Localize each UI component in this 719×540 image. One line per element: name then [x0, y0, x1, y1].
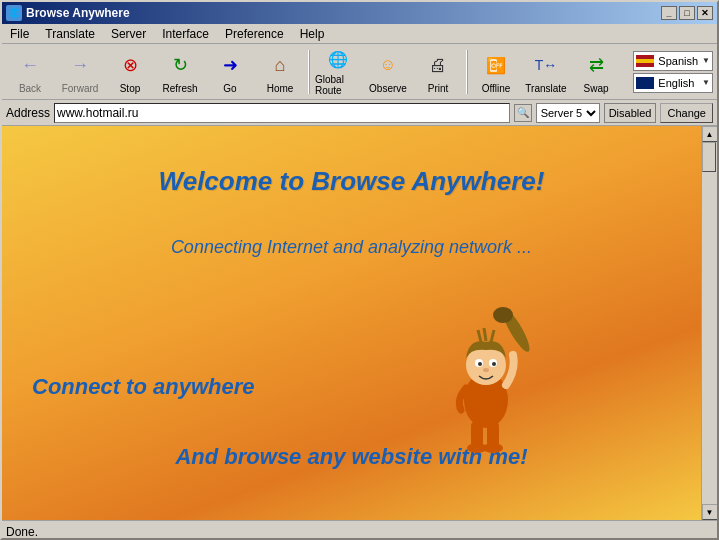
home-button[interactable]: ⌂ Home [256, 47, 304, 97]
menu-help[interactable]: Help [296, 26, 329, 42]
observe-button[interactable]: ☺ Observe [364, 47, 412, 97]
address-bar: Address 🔍 Server 5 Server 1 Server 2 Ser… [2, 100, 717, 126]
forward-button[interactable]: → Forward [56, 47, 104, 97]
svg-point-14 [492, 362, 496, 366]
address-input[interactable] [54, 103, 510, 123]
forward-icon: → [64, 49, 96, 81]
menu-file[interactable]: File [6, 26, 33, 42]
window-title: Browse Anywhere [26, 6, 130, 20]
connect-text: Connect to anywhere [32, 374, 254, 400]
status-badge: Disabled [604, 103, 657, 123]
svg-line-8 [478, 330, 481, 342]
content-area: Welcome to Browse Anywhere! Connecting I… [2, 126, 701, 520]
stop-label: Stop [120, 83, 141, 94]
content-wrapper: Welcome to Browse Anywhere! Connecting I… [2, 126, 717, 520]
observe-icon: ☺ [372, 49, 404, 81]
caveman-svg [431, 300, 551, 460]
home-label: Home [267, 83, 294, 94]
flag-spain [636, 55, 654, 67]
svg-point-13 [478, 362, 482, 366]
scroll-up-button[interactable]: ▲ [702, 126, 718, 142]
address-label: Address [6, 106, 50, 120]
offline-icon: 📴 [480, 49, 512, 81]
scroll-thumb[interactable] [702, 142, 716, 172]
scroll-track [702, 142, 717, 504]
go-button[interactable]: ➜ Go [206, 47, 254, 97]
svg-line-10 [491, 330, 494, 342]
vertical-scrollbar: ▲ ▼ [701, 126, 717, 520]
back-button[interactable]: ← Back [6, 47, 54, 97]
character-illustration [431, 300, 551, 460]
minimize-button[interactable]: _ [661, 6, 677, 20]
print-icon: 🖨 [422, 49, 454, 81]
toolbar-separator-2 [466, 50, 468, 94]
menu-preference[interactable]: Preference [221, 26, 288, 42]
maximize-button[interactable]: □ [679, 6, 695, 20]
swap-label: Swap [583, 83, 608, 94]
print-label: Print [428, 83, 449, 94]
swap-icon: ⇄ [580, 49, 612, 81]
address-go-button[interactable]: 🔍 [514, 104, 532, 122]
status-text: Done. [6, 525, 38, 539]
main-window: 🌐 Browse Anywhere _ □ ✕ File Translate S… [0, 0, 719, 540]
language-selector: Spanish ▼ English ▼ [633, 51, 713, 93]
svg-point-6 [483, 443, 503, 453]
globalroute-icon: 🌐 [322, 48, 354, 72]
offline-button[interactable]: 📴 Offline [472, 47, 520, 97]
status-bar: Done. [2, 520, 717, 540]
menu-interface[interactable]: Interface [158, 26, 213, 42]
menu-bar: File Translate Server Interface Preferen… [2, 24, 717, 44]
globalroute-button[interactable]: 🌐 Global Route [314, 47, 362, 97]
swap-button[interactable]: ⇄ Swap [572, 47, 620, 97]
lang-english-row[interactable]: English ▼ [633, 73, 713, 93]
scroll-down-button[interactable]: ▼ [702, 504, 718, 520]
refresh-label: Refresh [162, 83, 197, 94]
globalroute-label: Global Route [315, 74, 361, 96]
forward-label: Forward [62, 83, 99, 94]
svg-line-9 [484, 328, 486, 341]
offline-label: Offline [482, 83, 511, 94]
stop-icon: ⊗ [114, 49, 146, 81]
toolbar-separator-1 [308, 50, 310, 94]
app-icon: 🌐 [6, 5, 22, 21]
title-bar: 🌐 Browse Anywhere _ □ ✕ [2, 2, 717, 24]
lang-english-label: English [656, 77, 700, 89]
refresh-button[interactable]: ↻ Refresh [156, 47, 204, 97]
browse-text: And browse any website with me! [2, 444, 701, 470]
server-select[interactable]: Server 5 Server 1 Server 2 Server 3 Serv… [536, 103, 600, 123]
stop-button[interactable]: ⊗ Stop [106, 47, 154, 97]
menu-server[interactable]: Server [107, 26, 150, 42]
title-bar-left: 🌐 Browse Anywhere [6, 5, 130, 21]
back-label: Back [19, 83, 41, 94]
close-button[interactable]: ✕ [697, 6, 713, 20]
translate-icon: T↔ [530, 49, 562, 81]
translate-button[interactable]: T↔ Translate [522, 47, 570, 97]
refresh-icon: ↻ [164, 49, 196, 81]
welcome-heading: Welcome to Browse Anywhere! [2, 126, 701, 197]
print-button[interactable]: 🖨 Print [414, 47, 462, 97]
toolbar: ← Back → Forward ⊗ Stop ↻ Refresh ➜ Go ⌂… [2, 44, 717, 100]
go-label: Go [223, 83, 236, 94]
change-button[interactable]: Change [660, 103, 713, 123]
back-icon: ← [14, 49, 46, 81]
menu-translate[interactable]: Translate [41, 26, 99, 42]
lang-spanish-arrow: ▼ [702, 56, 710, 65]
lang-spanish-label: Spanish [656, 55, 700, 67]
lang-spanish-row[interactable]: Spanish ▼ [633, 51, 713, 71]
lang-english-arrow: ▼ [702, 78, 710, 87]
home-icon: ⌂ [264, 49, 296, 81]
observe-label: Observe [369, 83, 407, 94]
svg-point-15 [483, 368, 489, 372]
title-bar-buttons: _ □ ✕ [661, 6, 713, 20]
translate-label: Translate [525, 83, 566, 94]
flag-uk [636, 77, 654, 89]
go-icon: ➜ [214, 49, 246, 81]
svg-point-1 [493, 307, 513, 323]
connecting-text: Connecting Internet and analyzing networ… [2, 237, 701, 258]
